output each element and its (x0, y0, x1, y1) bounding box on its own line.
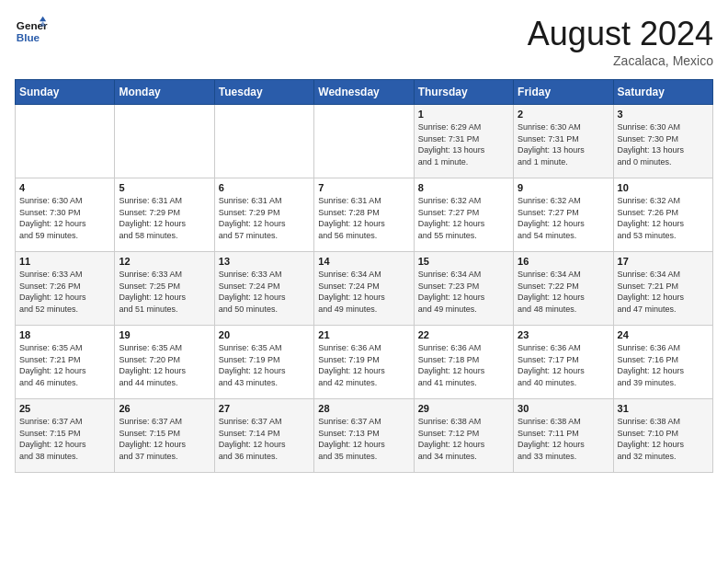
day-info: Sunrise: 6:36 AM Sunset: 7:16 PM Dayligh… (618, 342, 709, 388)
day-number: 9 (518, 182, 609, 193)
logo-icon: General Blue (15, 15, 48, 48)
header-sunday: Sunday (16, 80, 115, 105)
day-info: Sunrise: 6:32 AM Sunset: 7:26 PM Dayligh… (618, 195, 709, 241)
day-number: 8 (418, 182, 509, 193)
header-monday: Monday (115, 80, 214, 105)
svg-text:Blue: Blue (17, 31, 40, 43)
calendar-header: SundayMondayTuesdayWednesdayThursdayFrid… (16, 80, 713, 105)
day-number: 22 (418, 329, 509, 340)
day-info: Sunrise: 6:33 AM Sunset: 7:24 PM Dayligh… (219, 269, 310, 315)
day-info: Sunrise: 6:38 AM Sunset: 7:10 PM Dayligh… (618, 416, 709, 462)
day-number: 15 (418, 256, 509, 267)
day-info: Sunrise: 6:31 AM Sunset: 7:29 PM Dayligh… (219, 195, 310, 241)
header-saturday: Saturday (613, 80, 712, 105)
day-number: 27 (219, 403, 310, 414)
day-number: 28 (318, 403, 409, 414)
day-number: 14 (318, 256, 409, 267)
calendar-cell: 23Sunrise: 6:36 AM Sunset: 7:17 PM Dayli… (514, 326, 613, 399)
day-number: 5 (119, 182, 210, 193)
day-number: 12 (119, 256, 210, 267)
day-number: 21 (318, 329, 409, 340)
day-info: Sunrise: 6:35 AM Sunset: 7:19 PM Dayligh… (219, 342, 310, 388)
calendar-cell: 2Sunrise: 6:30 AM Sunset: 7:31 PM Daylig… (514, 105, 613, 178)
calendar-cell: 18Sunrise: 6:35 AM Sunset: 7:21 PM Dayli… (16, 326, 115, 399)
day-info: Sunrise: 6:30 AM Sunset: 7:30 PM Dayligh… (618, 121, 709, 167)
calendar-cell: 15Sunrise: 6:34 AM Sunset: 7:23 PM Dayli… (414, 252, 513, 326)
day-number: 1 (418, 109, 509, 120)
day-number: 20 (219, 329, 310, 340)
day-number: 18 (19, 329, 110, 340)
day-number: 30 (518, 403, 609, 414)
day-number: 7 (318, 182, 409, 193)
day-info: Sunrise: 6:31 AM Sunset: 7:29 PM Dayligh… (119, 195, 210, 241)
week-row-4: 18Sunrise: 6:35 AM Sunset: 7:21 PM Dayli… (16, 326, 713, 399)
calendar-cell: 11Sunrise: 6:33 AM Sunset: 7:26 PM Dayli… (16, 252, 115, 326)
calendar-table: SundayMondayTuesdayWednesdayThursdayFrid… (15, 79, 713, 473)
page-header: General Blue August 2024 Zacalaca, Mexic… (15, 15, 713, 68)
calendar-cell: 30Sunrise: 6:38 AM Sunset: 7:11 PM Dayli… (514, 399, 613, 473)
calendar-cell: 5Sunrise: 6:31 AM Sunset: 7:29 PM Daylig… (115, 178, 214, 252)
month-title: August 2024 (528, 15, 713, 53)
day-info: Sunrise: 6:30 AM Sunset: 7:30 PM Dayligh… (19, 195, 110, 241)
calendar-cell: 4Sunrise: 6:30 AM Sunset: 7:30 PM Daylig… (16, 178, 115, 252)
day-info: Sunrise: 6:32 AM Sunset: 7:27 PM Dayligh… (518, 195, 609, 241)
title-block: August 2024 Zacalaca, Mexico (528, 15, 713, 68)
day-info: Sunrise: 6:36 AM Sunset: 7:18 PM Dayligh… (418, 342, 509, 388)
calendar-cell: 3Sunrise: 6:30 AM Sunset: 7:30 PM Daylig… (613, 105, 712, 178)
day-number: 17 (618, 256, 709, 267)
week-row-1: 1Sunrise: 6:29 AM Sunset: 7:31 PM Daylig… (16, 105, 713, 178)
header-thursday: Thursday (414, 80, 513, 105)
calendar-cell (16, 105, 115, 178)
calendar-cell: 9Sunrise: 6:32 AM Sunset: 7:27 PM Daylig… (514, 178, 613, 252)
day-number: 24 (618, 329, 709, 340)
calendar-cell: 17Sunrise: 6:34 AM Sunset: 7:21 PM Dayli… (613, 252, 712, 326)
calendar-cell: 29Sunrise: 6:38 AM Sunset: 7:12 PM Dayli… (414, 399, 513, 473)
day-info: Sunrise: 6:34 AM Sunset: 7:23 PM Dayligh… (418, 269, 509, 315)
calendar-cell: 25Sunrise: 6:37 AM Sunset: 7:15 PM Dayli… (16, 399, 115, 473)
calendar-cell (214, 105, 313, 178)
day-info: Sunrise: 6:34 AM Sunset: 7:24 PM Dayligh… (318, 269, 409, 315)
day-number: 16 (518, 256, 609, 267)
calendar-cell: 19Sunrise: 6:35 AM Sunset: 7:20 PM Dayli… (115, 326, 214, 399)
day-info: Sunrise: 6:35 AM Sunset: 7:20 PM Dayligh… (119, 342, 210, 388)
day-info: Sunrise: 6:37 AM Sunset: 7:15 PM Dayligh… (119, 416, 210, 462)
day-info: Sunrise: 6:36 AM Sunset: 7:19 PM Dayligh… (318, 342, 409, 388)
day-info: Sunrise: 6:32 AM Sunset: 7:27 PM Dayligh… (418, 195, 509, 241)
day-info: Sunrise: 6:36 AM Sunset: 7:17 PM Dayligh… (518, 342, 609, 388)
day-info: Sunrise: 6:34 AM Sunset: 7:22 PM Dayligh… (518, 269, 609, 315)
week-row-5: 25Sunrise: 6:37 AM Sunset: 7:15 PM Dayli… (16, 399, 713, 473)
day-number: 13 (219, 256, 310, 267)
calendar-cell: 22Sunrise: 6:36 AM Sunset: 7:18 PM Dayli… (414, 326, 513, 399)
day-number: 23 (518, 329, 609, 340)
calendar-cell: 12Sunrise: 6:33 AM Sunset: 7:25 PM Dayli… (115, 252, 214, 326)
calendar-cell (314, 105, 414, 178)
calendar-cell: 13Sunrise: 6:33 AM Sunset: 7:24 PM Dayli… (214, 252, 313, 326)
day-info: Sunrise: 6:33 AM Sunset: 7:26 PM Dayligh… (19, 269, 110, 315)
calendar-cell: 14Sunrise: 6:34 AM Sunset: 7:24 PM Dayli… (314, 252, 414, 326)
day-number: 3 (618, 109, 709, 120)
day-info: Sunrise: 6:31 AM Sunset: 7:28 PM Dayligh… (318, 195, 409, 241)
calendar-cell (115, 105, 214, 178)
day-info: Sunrise: 6:30 AM Sunset: 7:31 PM Dayligh… (518, 121, 609, 167)
day-number: 25 (19, 403, 110, 414)
calendar-cell: 7Sunrise: 6:31 AM Sunset: 7:28 PM Daylig… (314, 178, 414, 252)
calendar-cell: 10Sunrise: 6:32 AM Sunset: 7:26 PM Dayli… (613, 178, 712, 252)
day-number: 2 (518, 109, 609, 120)
calendar-cell: 26Sunrise: 6:37 AM Sunset: 7:15 PM Dayli… (115, 399, 214, 473)
day-number: 26 (119, 403, 210, 414)
day-info: Sunrise: 6:33 AM Sunset: 7:25 PM Dayligh… (119, 269, 210, 315)
header-friday: Friday (514, 80, 613, 105)
day-number: 19 (119, 329, 210, 340)
day-number: 11 (19, 256, 110, 267)
calendar-cell: 21Sunrise: 6:36 AM Sunset: 7:19 PM Dayli… (314, 326, 414, 399)
day-info: Sunrise: 6:37 AM Sunset: 7:14 PM Dayligh… (219, 416, 310, 462)
calendar-cell: 16Sunrise: 6:34 AM Sunset: 7:22 PM Dayli… (514, 252, 613, 326)
calendar-cell: 24Sunrise: 6:36 AM Sunset: 7:16 PM Dayli… (613, 326, 712, 399)
day-number: 31 (618, 403, 709, 414)
day-number: 4 (19, 182, 110, 193)
location: Zacalaca, Mexico (528, 53, 713, 68)
week-row-2: 4Sunrise: 6:30 AM Sunset: 7:30 PM Daylig… (16, 178, 713, 252)
logo: General Blue (15, 15, 48, 48)
header-wednesday: Wednesday (314, 80, 414, 105)
day-info: Sunrise: 6:35 AM Sunset: 7:21 PM Dayligh… (19, 342, 110, 388)
